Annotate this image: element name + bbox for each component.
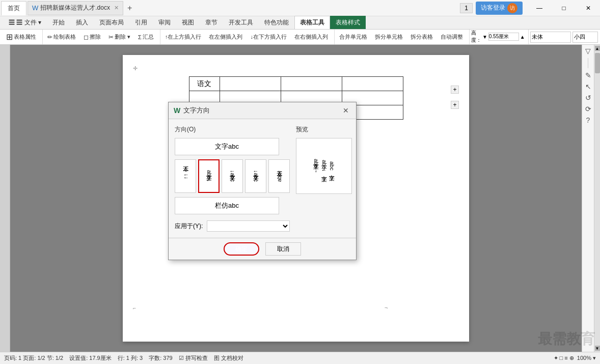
spell-check[interactable]: ☑ 拼写检查: [179, 354, 208, 362]
draw-section: ✏ 绘制表格 ◻ 擦除 ✂ 删除 ▾ Σ 汇总: [44, 30, 160, 44]
scrollbar-v[interactable]: ▲ ▼: [594, 45, 600, 352]
text-dir-horizontal[interactable]: 文字abc: [175, 138, 279, 155]
preview-panel: 预览 文字abc→ 字abc↓文字 abc文字: [296, 125, 352, 232]
tab-section[interactable]: 章节: [200, 16, 223, 29]
page-info: 页码: 1 页面: 1/2 节: 1/2: [4, 354, 63, 362]
divider: [588, 58, 588, 68]
apply-row: 应用于(Y):: [175, 220, 290, 232]
zoom-display[interactable]: 100% ▾: [577, 355, 596, 361]
font-section: B I U A A: [530, 30, 600, 44]
height-input[interactable]: [488, 33, 519, 41]
table-cell[interactable]: 语文: [189, 77, 220, 91]
insert-section: ↑在上方插入行 在左侧插入列 ↓在下方插入行 在右侧插入列: [162, 30, 335, 44]
font-size-input[interactable]: [572, 32, 598, 43]
cancel-button[interactable]: 取消: [265, 242, 301, 256]
auto-adjust-button[interactable]: 自动调整: [438, 33, 466, 41]
scroll-down-btn[interactable]: ▼: [595, 346, 600, 351]
doc-check[interactable]: 图 文档校对: [214, 354, 243, 362]
rotate-icon[interactable]: ↺: [585, 94, 591, 102]
table-props-section: ⊞ 表格属性: [3, 30, 43, 44]
table-cell[interactable]: [342, 77, 403, 91]
draw-table-button[interactable]: ✏ 绘制表格: [44, 33, 79, 41]
tab-home[interactable]: 首页: [1, 1, 26, 15]
add-row-icon[interactable]: +: [451, 86, 459, 94]
text-dir-option-4[interactable]: 文字↓abc: [245, 159, 266, 193]
dialog-title-icon: W: [174, 106, 180, 115]
text-direction-dialog: W 文字方向 ✕ 方向(O) 文字abc ↑文字↑: [168, 102, 357, 260]
maximize-button[interactable]: □: [552, 0, 576, 16]
preview-label: 预览: [296, 125, 352, 134]
delete-button[interactable]: ✂ 删除 ▾: [105, 33, 133, 41]
scroll-thumb[interactable]: [595, 53, 600, 73]
tab-ref[interactable]: 引用: [129, 16, 153, 29]
tab-review[interactable]: 审阅: [153, 16, 176, 29]
view-icons[interactable]: ✦ □ ≡ ⊕: [554, 355, 574, 361]
tab-doc[interactable]: W 招聘新媒体运营人才.docx ✕: [28, 1, 123, 15]
minimize-button[interactable]: —: [528, 0, 551, 16]
status-bar: 页码: 1 页面: 1/2 节: 1/2 设置值: 17.9厘米 行: 1 列:…: [0, 352, 600, 364]
font-name-input[interactable]: [530, 32, 571, 43]
dialog-body: 方向(O) 文字abc ↑文字↑ 文字abc↓: [169, 119, 356, 238]
text-dir-bottom[interactable]: 栏仿abc: [175, 197, 279, 214]
move-cursor-icon[interactable]: ✛: [133, 65, 139, 71]
filter-icon[interactable]: ▽: [585, 47, 591, 55]
scroll-up-btn[interactable]: ▲: [595, 46, 600, 51]
summary-button[interactable]: Σ 汇总: [135, 33, 157, 41]
text-dir-right-icon[interactable]: ⟳: [585, 105, 591, 113]
tab-table-style[interactable]: 表格样式: [330, 16, 366, 29]
table-cell[interactable]: [281, 77, 342, 91]
dialog-title: W 文字方向: [174, 106, 210, 115]
merge-cells-button[interactable]: 合并单元格: [336, 33, 370, 41]
window-controls: 1 访客登录 访 — □ ✕: [460, 0, 600, 16]
text-dir-option-1[interactable]: ↑文字↑: [175, 159, 196, 193]
tab-insert[interactable]: 插入: [70, 16, 94, 29]
position-info: 设置值: 17.9厘米: [69, 354, 112, 362]
insert-col-right-button[interactable]: 在右侧插入列: [291, 33, 331, 41]
visitor-login-button[interactable]: 访客登录 访: [476, 2, 523, 15]
tab-start[interactable]: 开始: [47, 16, 70, 29]
right-panel: ▽ ✎ ↖ ↺ ⟳ ?: [582, 45, 594, 352]
close-button[interactable]: ✕: [577, 0, 600, 16]
dialog-title-text: 文字方向: [183, 106, 210, 115]
tab-file[interactable]: ☰ ☰ 文件 ▾: [3, 16, 47, 29]
dialog-title-bar: W 文字方向 ✕: [169, 102, 356, 119]
split-cell-button[interactable]: 拆分单元格: [372, 33, 406, 41]
edit-icon[interactable]: ✎: [585, 71, 591, 79]
tab-table-tool[interactable]: 表格工具: [294, 16, 330, 29]
avatar: 访: [507, 3, 517, 13]
word-count: 字数: 379: [149, 354, 172, 362]
add-row-icon-2[interactable]: +: [451, 101, 459, 109]
apply-select[interactable]: [207, 220, 290, 232]
preview-box: 文字abc→ 字abc↓文字 abc文字: [296, 138, 352, 194]
tab-new[interactable]: +: [123, 1, 136, 15]
tab-view[interactable]: 视图: [176, 16, 200, 29]
direction-label: 方向(O): [175, 125, 290, 134]
left-margin: [0, 45, 10, 352]
help-icon[interactable]: ?: [586, 116, 590, 124]
text-dir-option-2-selected[interactable]: 文字abc↓: [198, 159, 220, 193]
tab-page-layout[interactable]: 页面布局: [94, 16, 129, 29]
page-corner-mark: ⌐: [133, 305, 136, 311]
table-toolbar-1: ⊞ 表格属性 ✏ 绘制表格 ◻ 擦除 ✂ 删除 ▾ Σ 汇总 ↑在上方插入行 在…: [0, 30, 600, 45]
tab-dev[interactable]: 开发工具: [223, 16, 259, 29]
tab-special[interactable]: 特色功能: [259, 16, 294, 29]
apply-label: 应用于(Y):: [175, 222, 203, 231]
doc-icon: W: [32, 4, 38, 12]
insert-row-above-button[interactable]: ↑在上方插入行: [162, 33, 205, 41]
title-bar: 首页 W 招聘新媒体运营人才.docx ✕ + 1 访客登录 访 — □ ✕: [0, 0, 600, 16]
insert-col-left-button[interactable]: 在左侧插入列: [206, 33, 246, 41]
table-cell[interactable]: [220, 77, 281, 91]
insert-row-below-button[interactable]: ↓在下方插入行: [247, 33, 290, 41]
text-dir-option-5[interactable]: 文字abc↑: [268, 159, 290, 193]
dialog-close-button[interactable]: ✕: [341, 105, 351, 116]
cursor-icon[interactable]: ↖: [585, 82, 591, 91]
erase-button[interactable]: ◻ 擦除: [80, 33, 104, 41]
text-dir-option-3[interactable]: 文字↓abc: [222, 159, 243, 193]
table-property-button[interactable]: ⊞ 表格属性: [3, 32, 39, 42]
text-dir-options: ↑文字↑ 文字abc↓ 文字↓abc 文字↓abc: [175, 159, 290, 193]
tab-close-icon[interactable]: ✕: [114, 5, 119, 11]
page-num-box: 1: [460, 3, 473, 13]
table-row: 语文: [189, 77, 403, 91]
split-table-button[interactable]: 拆分表格: [407, 33, 436, 41]
confirm-button[interactable]: 确定: [224, 242, 259, 256]
